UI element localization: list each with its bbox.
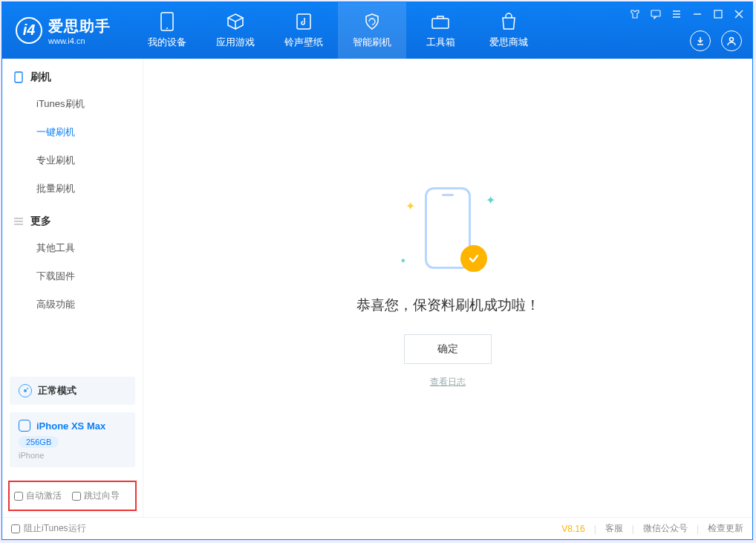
tab-my-device[interactable]: 我的设备 xyxy=(133,2,201,59)
device-storage: 256GB xyxy=(19,436,59,448)
checkbox-skip-guide[interactable]: 跳过向导 xyxy=(72,490,120,502)
phone-icon xyxy=(157,12,177,31)
logo-icon: i4 xyxy=(16,17,42,44)
header: i4 爱思助手 www.i4.cn 我的设备 应用游戏 铃声壁纸 智能刷机 xyxy=(2,2,752,59)
success-illustration: ✦ ✦ • xyxy=(400,187,496,276)
tab-store[interactable]: 爱思商城 xyxy=(475,2,543,59)
sidebar-item-advanced[interactable]: 高级功能 xyxy=(2,290,143,319)
sparkle-icon: • xyxy=(401,254,407,260)
feedback-icon[interactable] xyxy=(648,7,663,22)
toolbox-icon xyxy=(431,12,450,31)
sidebar-item-download-firmware[interactable]: 下载固件 xyxy=(2,262,143,290)
list-icon xyxy=(13,215,25,227)
main-tabs: 我的设备 应用游戏 铃声壁纸 智能刷机 工具箱 爱思商城 xyxy=(133,2,543,59)
cube-icon xyxy=(226,12,245,31)
sparkle-icon: ✦ xyxy=(405,199,411,205)
svg-rect-4 xyxy=(651,10,660,16)
download-button[interactable] xyxy=(690,30,711,51)
logo: i4 爱思助手 www.i4.cn xyxy=(2,16,124,45)
svg-point-1 xyxy=(166,27,168,29)
close-icon[interactable] xyxy=(731,7,746,22)
check-badge-icon xyxy=(460,245,487,272)
footer-link-support[interactable]: 客服 xyxy=(605,522,623,535)
sidebar-group-flash: 刷机 xyxy=(2,59,143,90)
svg-rect-2 xyxy=(297,14,310,29)
sidebar-item-batch-flash[interactable]: 批量刷机 xyxy=(2,175,143,203)
sidebar-item-pro-flash[interactable]: 专业刷机 xyxy=(2,146,143,175)
titlebar-controls xyxy=(628,7,746,22)
menu-icon[interactable] xyxy=(669,7,684,22)
svg-rect-3 xyxy=(432,19,449,28)
svg-point-6 xyxy=(730,38,734,42)
success-message: 恭喜您，保资料刷机成功啦！ xyxy=(356,296,540,315)
ok-button[interactable]: 确定 xyxy=(404,334,492,364)
tab-smart-flash[interactable]: 智能刷机 xyxy=(338,2,406,59)
version-label: V8.16 xyxy=(561,524,584,534)
tab-toolbox[interactable]: 工具箱 xyxy=(406,2,475,59)
sidebar-group-more: 更多 xyxy=(2,203,143,234)
device-icon xyxy=(13,71,25,83)
app-url: www.i4.cn xyxy=(48,36,111,45)
svg-point-8 xyxy=(24,389,27,392)
mode-icon xyxy=(19,384,32,397)
status-bar: 阻止iTunes运行 V8.16 | 客服 | 微信公众号 | 检查更新 xyxy=(2,517,752,539)
svg-rect-7 xyxy=(15,72,22,82)
sidebar-item-oneclick-flash[interactable]: 一键刷机 xyxy=(2,118,143,146)
refresh-shield-icon xyxy=(362,12,382,31)
skin-icon[interactable] xyxy=(628,7,642,22)
app-window: i4 爱思助手 www.i4.cn 我的设备 应用游戏 铃声壁纸 智能刷机 xyxy=(1,1,753,540)
view-log-link[interactable]: 查看日志 xyxy=(430,376,466,388)
account-button[interactable] xyxy=(721,30,742,51)
svg-point-9 xyxy=(27,388,28,389)
tab-apps-games[interactable]: 应用游戏 xyxy=(201,2,270,59)
sparkle-icon: ✦ xyxy=(486,193,492,199)
bag-icon xyxy=(499,12,518,31)
sidebar: 刷机 iTunes刷机 一键刷机 专业刷机 批量刷机 更多 其他工具 下载固件 … xyxy=(2,59,143,517)
checkbox-block-itunes[interactable]: 阻止iTunes运行 xyxy=(11,522,86,535)
highlighted-options: 自动激活 跳过向导 xyxy=(8,481,137,511)
mode-indicator[interactable]: 正常模式 xyxy=(10,377,135,405)
tab-ringtones-wallpapers[interactable]: 铃声壁纸 xyxy=(270,2,338,59)
minimize-icon[interactable] xyxy=(690,7,705,22)
svg-rect-5 xyxy=(714,10,722,18)
device-type: iPhone xyxy=(19,451,126,460)
app-name: 爱思助手 xyxy=(48,16,111,36)
sidebar-item-other-tools[interactable]: 其他工具 xyxy=(2,234,143,262)
maximize-icon[interactable] xyxy=(711,7,726,22)
phone-small-icon xyxy=(19,420,30,432)
footer-link-update[interactable]: 检查更新 xyxy=(708,522,743,535)
sidebar-item-itunes-flash[interactable]: iTunes刷机 xyxy=(2,90,143,118)
header-actions xyxy=(690,30,742,51)
device-name: iPhone XS Max xyxy=(36,420,105,432)
footer-link-wechat[interactable]: 微信公众号 xyxy=(643,522,688,535)
device-info[interactable]: iPhone XS Max 256GB iPhone xyxy=(10,412,135,467)
main-content: ✦ ✦ • 恭喜您，保资料刷机成功啦！ 确定 查看日志 xyxy=(143,59,752,517)
music-file-icon xyxy=(294,12,313,31)
checkbox-auto-activate[interactable]: 自动激活 xyxy=(14,490,62,502)
